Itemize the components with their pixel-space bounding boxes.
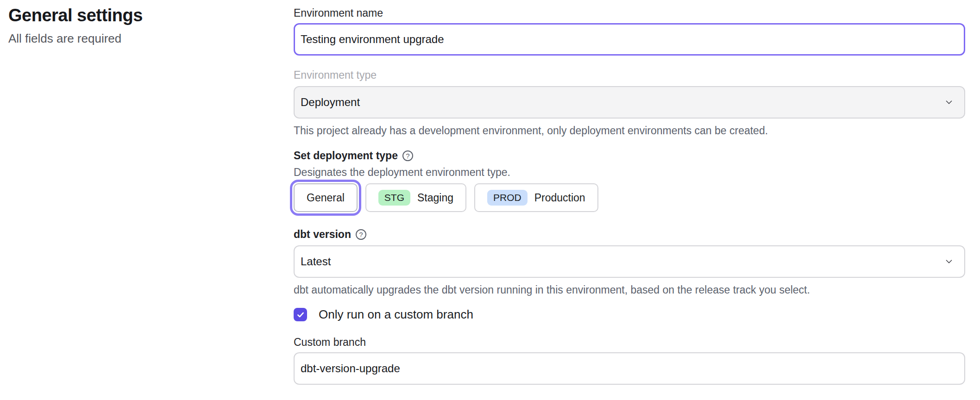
environment-type-value: Deployment xyxy=(301,96,360,109)
general-button-label: General xyxy=(307,192,345,204)
deployment-type-production-button[interactable]: PROD Production xyxy=(474,183,598,212)
deployment-type-options: General STG Staging PROD Production xyxy=(294,183,965,212)
custom-branch-label: Custom branch xyxy=(294,336,965,349)
deployment-type-label: Set deployment type xyxy=(294,149,398,162)
chevron-down-icon xyxy=(944,97,954,107)
dbt-version-value: Latest xyxy=(301,255,331,268)
production-badge: PROD xyxy=(487,190,528,206)
custom-branch-toggle-row[interactable]: Only run on a custom branch xyxy=(294,307,965,322)
help-icon[interactable]: ? xyxy=(402,150,413,161)
settings-header: General settings All fields are required xyxy=(8,5,268,46)
deployment-type-general-button[interactable]: General xyxy=(294,183,358,212)
deployment-type-description: Designates the deployment environment ty… xyxy=(294,166,965,179)
custom-branch-input[interactable] xyxy=(294,352,965,385)
custom-branch-toggle-label[interactable]: Only run on a custom branch xyxy=(319,307,473,322)
staging-button-label: Staging xyxy=(417,192,453,204)
environment-name-label: Environment name xyxy=(294,6,965,19)
page-title: General settings xyxy=(8,5,268,27)
check-icon xyxy=(296,311,305,319)
environment-type-select[interactable]: Deployment xyxy=(294,86,965,119)
deployment-type-label-row: Set deployment type ? xyxy=(294,149,965,162)
staging-badge: STG xyxy=(378,190,410,206)
environment-settings-page: General settings All fields are required… xyxy=(0,0,980,400)
chevron-down-icon xyxy=(944,256,954,267)
environment-name-input[interactable] xyxy=(294,23,965,56)
dbt-version-label: dbt version xyxy=(294,228,351,241)
production-button-label: Production xyxy=(534,192,585,204)
dbt-version-select[interactable]: Latest xyxy=(294,245,965,278)
deployment-type-staging-button[interactable]: STG Staging xyxy=(365,183,466,212)
help-icon[interactable]: ? xyxy=(356,229,366,240)
page-subtitle: All fields are required xyxy=(8,31,268,46)
custom-branch-checkbox[interactable] xyxy=(294,308,307,321)
environment-type-helper: This project already has a development e… xyxy=(294,124,965,137)
dbt-version-label-row: dbt version ? xyxy=(294,228,965,241)
environment-type-label: Environment type xyxy=(294,69,965,81)
dbt-version-helper: dbt automatically upgrades the dbt versi… xyxy=(294,283,965,296)
environment-settings-form: Environment name Environment type Deploy… xyxy=(294,0,965,385)
